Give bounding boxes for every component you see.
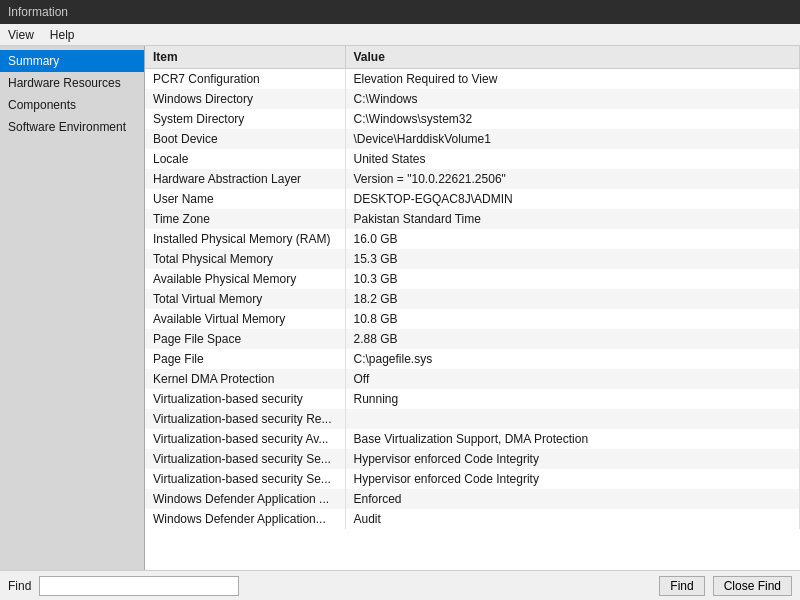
cell-item: System Directory xyxy=(145,109,345,129)
col-header-value: Value xyxy=(345,46,800,69)
cell-item: Virtualization-based security xyxy=(145,389,345,409)
table-row[interactable]: Total Virtual Memory18.2 GB xyxy=(145,289,800,309)
main-container: Summary Hardware Resources Components So… xyxy=(0,46,800,570)
table-row[interactable]: User NameDESKTOP-EGQAC8J\ADMIN xyxy=(145,189,800,209)
cell-item: Virtualization-based security Se... xyxy=(145,469,345,489)
cell-value: Pakistan Standard Time xyxy=(345,209,800,229)
find-input[interactable] xyxy=(39,576,239,596)
table-row[interactable]: LocaleUnited States xyxy=(145,149,800,169)
sidebar-item-software[interactable]: Software Environment xyxy=(0,116,144,138)
table-row[interactable]: Virtualization-based security Se...Hyper… xyxy=(145,469,800,489)
content-area: Item Value PCR7 ConfigurationElevation R… xyxy=(145,46,800,570)
cell-value: United States xyxy=(345,149,800,169)
cell-item: User Name xyxy=(145,189,345,209)
table-row[interactable]: Boot Device\Device\HarddiskVolume1 xyxy=(145,129,800,149)
cell-value: Hypervisor enforced Code Integrity xyxy=(345,469,800,489)
cell-value: 18.2 GB xyxy=(345,289,800,309)
table-row[interactable]: Page FileC:\pagefile.sys xyxy=(145,349,800,369)
table-row[interactable]: Virtualization-based security Se...Hyper… xyxy=(145,449,800,469)
close-find-button[interactable]: Close Find xyxy=(713,576,792,596)
cell-item: Windows Defender Application ... xyxy=(145,489,345,509)
menu-bar: View Help xyxy=(0,24,800,46)
cell-item: PCR7 Configuration xyxy=(145,69,345,90)
cell-item: Virtualization-based security Av... xyxy=(145,429,345,449)
table-row[interactable]: Installed Physical Memory (RAM)16.0 GB xyxy=(145,229,800,249)
cell-value: Running xyxy=(345,389,800,409)
cell-item: Virtualization-based security Re... xyxy=(145,409,345,429)
cell-item: Virtualization-based security Se... xyxy=(145,449,345,469)
cell-item: Boot Device xyxy=(145,129,345,149)
cell-item: Installed Physical Memory (RAM) xyxy=(145,229,345,249)
cell-value: C:\Windows\system32 xyxy=(345,109,800,129)
table-row[interactable]: Virtualization-based security Av...Base … xyxy=(145,429,800,449)
cell-item: Hardware Abstraction Layer xyxy=(145,169,345,189)
title-label: Information xyxy=(8,5,68,19)
table-row[interactable]: Total Physical Memory15.3 GB xyxy=(145,249,800,269)
find-label: Find xyxy=(8,579,31,593)
cell-value: Off xyxy=(345,369,800,389)
table-row[interactable]: Kernel DMA ProtectionOff xyxy=(145,369,800,389)
cell-value: 16.0 GB xyxy=(345,229,800,249)
cell-item: Time Zone xyxy=(145,209,345,229)
cell-item: Total Physical Memory xyxy=(145,249,345,269)
table-row[interactable]: Available Virtual Memory10.8 GB xyxy=(145,309,800,329)
cell-value: 10.3 GB xyxy=(345,269,800,289)
cell-item: Kernel DMA Protection xyxy=(145,369,345,389)
col-header-item: Item xyxy=(145,46,345,69)
cell-value xyxy=(345,409,800,429)
cell-value: \Device\HarddiskVolume1 xyxy=(345,129,800,149)
table-header-row: Item Value xyxy=(145,46,800,69)
menu-view[interactable]: View xyxy=(8,28,34,42)
cell-value: Version = "10.0.22621.2506" xyxy=(345,169,800,189)
cell-value: Audit xyxy=(345,509,800,529)
cell-item: Page File xyxy=(145,349,345,369)
table-row[interactable]: Time ZonePakistan Standard Time xyxy=(145,209,800,229)
title-bar: Information xyxy=(0,0,800,24)
find-button[interactable]: Find xyxy=(659,576,704,596)
table-row[interactable]: Windows Defender Application ...Enforced xyxy=(145,489,800,509)
find-bar: Find Find Close Find xyxy=(0,570,800,600)
cell-value: DESKTOP-EGQAC8J\ADMIN xyxy=(345,189,800,209)
info-table: Item Value PCR7 ConfigurationElevation R… xyxy=(145,46,800,529)
sidebar-item-hardware[interactable]: Hardware Resources xyxy=(0,72,144,94)
cell-item: Windows Directory xyxy=(145,89,345,109)
sidebar-item-summary[interactable]: Summary xyxy=(0,50,144,72)
cell-value: Enforced xyxy=(345,489,800,509)
table-row[interactable]: Hardware Abstraction LayerVersion = "10.… xyxy=(145,169,800,189)
cell-item: Page File Space xyxy=(145,329,345,349)
table-row[interactable]: PCR7 ConfigurationElevation Required to … xyxy=(145,69,800,90)
cell-item: Available Virtual Memory xyxy=(145,309,345,329)
cell-value: 10.8 GB xyxy=(345,309,800,329)
table-row[interactable]: Windows Defender Application...Audit xyxy=(145,509,800,529)
cell-value: C:\Windows xyxy=(345,89,800,109)
cell-item: Windows Defender Application... xyxy=(145,509,345,529)
cell-value: 2.88 GB xyxy=(345,329,800,349)
cell-item: Locale xyxy=(145,149,345,169)
cell-value: 15.3 GB xyxy=(345,249,800,269)
sidebar: Summary Hardware Resources Components So… xyxy=(0,46,145,570)
table-row[interactable]: Page File Space2.88 GB xyxy=(145,329,800,349)
table-row[interactable]: Virtualization-based security Re... xyxy=(145,409,800,429)
table-row[interactable]: Available Physical Memory10.3 GB xyxy=(145,269,800,289)
table-row[interactable]: Virtualization-based securityRunning xyxy=(145,389,800,409)
cell-item: Available Physical Memory xyxy=(145,269,345,289)
cell-value: Base Virtualization Support, DMA Protect… xyxy=(345,429,800,449)
sidebar-item-components[interactable]: Components xyxy=(0,94,144,116)
menu-help[interactable]: Help xyxy=(50,28,75,42)
cell-value: Hypervisor enforced Code Integrity xyxy=(345,449,800,469)
cell-value: C:\pagefile.sys xyxy=(345,349,800,369)
cell-value: Elevation Required to View xyxy=(345,69,800,90)
table-row[interactable]: Windows DirectoryC:\Windows xyxy=(145,89,800,109)
cell-item: Total Virtual Memory xyxy=(145,289,345,309)
table-row[interactable]: System DirectoryC:\Windows\system32 xyxy=(145,109,800,129)
